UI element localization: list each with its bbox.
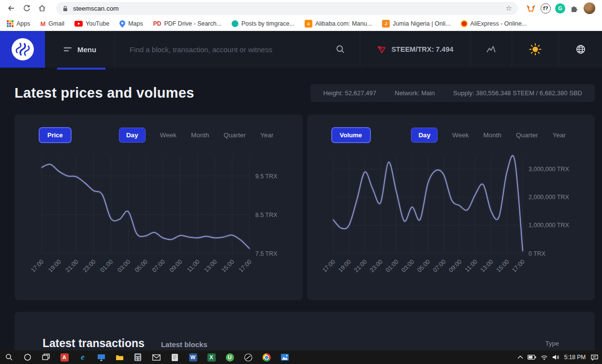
bookmark-maps[interactable]: Maps [119, 20, 143, 28]
taskbar-app-notes[interactable] [165, 350, 184, 364]
taskbar-app-photos[interactable] [276, 350, 294, 364]
taskbar-app-mail[interactable] [147, 350, 165, 364]
taskbar-search-button[interactable] [0, 350, 18, 364]
search-icon[interactable] [336, 44, 345, 54]
task-view-button[interactable] [37, 350, 55, 364]
volume-card: Volume Day Week Month Quarter Year 17:00… [307, 115, 595, 300]
sun-icon [529, 43, 542, 56]
aliexpress-icon [461, 20, 468, 27]
svg-text:7.5 TRX: 7.5 TRX [255, 250, 278, 257]
volume-icon[interactable] [552, 354, 559, 360]
taskbar-app-excel[interactable]: X [202, 350, 220, 364]
tab-year[interactable]: Year [553, 131, 566, 139]
taskbar-app-edge[interactable]: e [73, 350, 92, 364]
stats-nav-button[interactable] [470, 31, 512, 68]
svg-text:19:00: 19:00 [47, 258, 62, 274]
battery-icon[interactable] [528, 355, 536, 360]
svg-text:13:00: 13:00 [479, 258, 494, 274]
search-input[interactable] [130, 45, 329, 54]
grammarly-icon[interactable]: G [555, 3, 565, 14]
svg-text:23:00: 23:00 [82, 258, 97, 274]
tray-expand-icon[interactable] [517, 355, 523, 359]
document-icon [172, 354, 178, 361]
taskbar-app-word[interactable]: W [184, 350, 202, 364]
bookmark-star-icon[interactable]: ☆ [506, 4, 512, 13]
taskbar-app-utorrent[interactable]: U [220, 350, 239, 364]
cortana-button[interactable] [18, 350, 37, 364]
tab-month[interactable]: Month [483, 131, 501, 139]
gmail-icon: M [41, 20, 46, 28]
svg-text:3,000,000 TRX: 3,000,000 TRX [529, 166, 570, 173]
taskbar-app-obs[interactable] [239, 350, 257, 364]
extensions-puzzle-icon[interactable] [570, 3, 579, 13]
svg-text:21:00: 21:00 [352, 258, 368, 274]
language-button[interactable] [558, 31, 602, 68]
chrome-icon [263, 353, 271, 362]
svg-text:01:00: 01:00 [99, 258, 114, 274]
taskbar-clock[interactable]: 5:18 PM [563, 354, 587, 361]
menu-icon [63, 46, 72, 53]
tab-quarter[interactable]: Quarter [516, 131, 538, 139]
taskbar-app-anydesk[interactable]: A [55, 350, 73, 364]
metamask-icon[interactable] [526, 3, 536, 13]
svg-text:15:00: 15:00 [495, 258, 510, 274]
reload-icon[interactable] [20, 2, 33, 15]
tab-day[interactable]: Day [411, 128, 438, 143]
svg-text:03:00: 03:00 [116, 258, 132, 274]
f-extension-icon[interactable]: f? [541, 3, 551, 14]
tab-week[interactable]: Week [452, 131, 469, 139]
home-icon[interactable] [36, 2, 48, 15]
latest-transactions-title[interactable]: Latest transactions [43, 337, 145, 350]
latest-blocks-link[interactable]: Latest blocks [161, 340, 207, 349]
tab-year[interactable]: Year [260, 131, 273, 139]
bookmark-label: Maps [128, 20, 143, 27]
type-column-header: Type [545, 340, 559, 347]
bookmark-jumia[interactable]: J Jumia Nigeria | Onli... [382, 20, 450, 28]
taskbar-app-calculator[interactable] [129, 350, 147, 364]
tab-week[interactable]: Week [160, 131, 176, 139]
menu-button[interactable]: Menu [45, 31, 115, 68]
browser-chrome: steemscan.com ☆ f? G Apps M Gmail YouTub… [0, 0, 602, 31]
svg-text:13:00: 13:00 [203, 258, 218, 274]
site-navbar: Menu STEEM/TRX: 7.494 [0, 31, 602, 68]
bookmark-aliexpress[interactable]: AliExpress - Online... [461, 20, 527, 27]
bookmark-pdf-drive[interactable]: PD PDF Drive - Search... [153, 20, 221, 27]
extension-area: f? G [526, 2, 597, 14]
bookmark-youtube[interactable]: YouTube [74, 20, 109, 27]
bookmark-label: PDF Drive - Search... [164, 20, 221, 27]
taskbar-app-chrome[interactable] [257, 350, 276, 364]
search-icon [5, 353, 13, 361]
network-icon[interactable] [541, 355, 548, 360]
taskbar-app-file-explorer[interactable] [110, 350, 129, 364]
svg-text:1,000,000 TRX: 1,000,000 TRX [529, 222, 570, 229]
tab-month[interactable]: Month [191, 131, 209, 139]
windows-taskbar: A e W X U 5:18 PM [0, 350, 602, 364]
theme-toggle-button[interactable] [512, 31, 558, 68]
address-bar[interactable]: steemscan.com ☆ [56, 2, 518, 15]
svg-text:03:00: 03:00 [400, 258, 415, 274]
back-icon[interactable] [5, 2, 17, 15]
tab-quarter[interactable]: Quarter [223, 131, 246, 139]
svg-text:11:00: 11:00 [463, 258, 478, 273]
volume-button[interactable]: Volume [331, 127, 371, 143]
bookmark-label: YouTube [86, 20, 109, 27]
taskbar-app-display[interactable] [92, 350, 110, 364]
url-text[interactable]: steemscan.com [73, 5, 501, 12]
svg-text:17:00: 17:00 [237, 258, 253, 274]
bookmark-alibaba[interactable]: a Alibaba.com: Manu... [305, 20, 372, 28]
price-button[interactable]: Price [39, 127, 72, 143]
svg-text:2,000,000 TRX: 2,000,000 TRX [529, 194, 570, 201]
bookmark-label: Jumia Nigeria | Onli... [393, 20, 450, 27]
bookmark-gmail[interactable]: M Gmail [41, 20, 65, 28]
steem-logo[interactable] [0, 31, 45, 68]
action-center-icon[interactable] [591, 354, 598, 361]
svg-text:21:00: 21:00 [64, 258, 80, 274]
teal-site-icon [232, 20, 238, 27]
bookmark-timgrace[interactable]: Posts by timgrace... [232, 20, 294, 27]
svg-text:05:00: 05:00 [416, 258, 431, 274]
volume-line-chart: 17:0019:0021:0023:0001:0003:0005:0007:00… [310, 151, 583, 292]
profile-avatar[interactable] [584, 2, 595, 14]
folder-icon [116, 354, 124, 361]
tab-day[interactable]: Day [119, 128, 146, 143]
bookmark-apps[interactable]: Apps [7, 20, 30, 27]
